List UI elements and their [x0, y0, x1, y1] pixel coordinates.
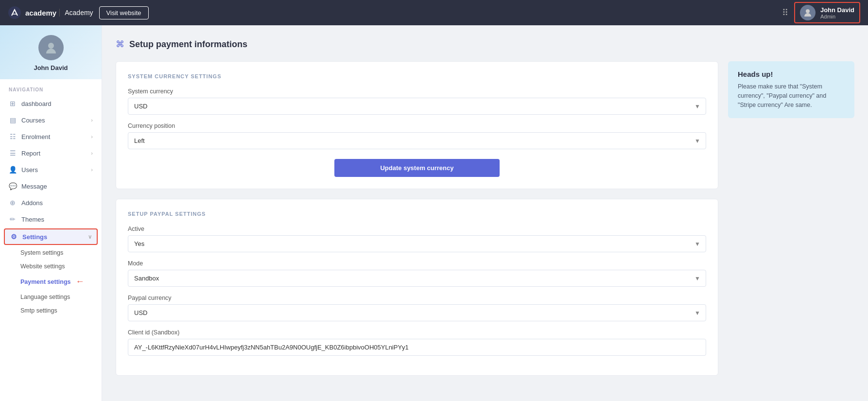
- logo: academy: [8, 6, 56, 19]
- sidebar-item-courses[interactable]: ▤ Courses ›: [0, 112, 102, 128]
- paypal-mode-label: Mode: [128, 260, 706, 267]
- paypal-active-select[interactable]: Yes No: [128, 235, 706, 252]
- courses-icon: ▤: [9, 116, 17, 124]
- sidebar-item-label: Settings: [22, 233, 47, 241]
- svg-point-1: [806, 9, 810, 13]
- sidebar-username: John David: [34, 64, 68, 71]
- paypal-currency-select[interactable]: USD EUR GBP: [128, 304, 706, 321]
- alert-title: Heads up!: [738, 70, 845, 78]
- currency-position-label: Currency position: [128, 122, 706, 129]
- paypal-mode-group: Mode Sandbox Live ▼: [128, 260, 706, 287]
- chevron-right-icon: ›: [91, 167, 93, 173]
- sidebar-subitem-website-settings[interactable]: Website settings: [0, 260, 102, 273]
- paypal-active-label: Active: [128, 226, 706, 232]
- topbar: academy Academy Visit website ⠿ John Dav…: [0, 0, 868, 25]
- nav-label: NAVIGATION: [0, 79, 102, 95]
- settings-icon: ⚙: [10, 233, 17, 241]
- paypal-card: SETUP PAYPAL SETTINGS Active Yes No ▼ M: [116, 199, 718, 376]
- sidebar-item-users[interactable]: 👤 Users ›: [0, 161, 102, 178]
- enrolment-icon: ☷: [9, 133, 17, 140]
- sidebar-subitem-system-settings[interactable]: System settings: [0, 246, 102, 260]
- sidebar-item-label: Themes: [21, 216, 44, 223]
- themes-icon: ✏: [9, 215, 17, 223]
- user-info: John David Admin: [820, 6, 854, 19]
- sidebar-item-label: Users: [21, 166, 38, 174]
- content-side: Heads up! Please make sure that "System …: [728, 61, 854, 385]
- alert-text: Please make sure that "System currency",…: [738, 82, 845, 109]
- dashboard-icon: ⊞: [9, 100, 17, 107]
- main-content: ⌘ Setup payment informations SYSTEM CURR…: [102, 25, 868, 401]
- logo-icon: [8, 6, 21, 19]
- sidebar-subitem-payment-settings[interactable]: Payment settings ←: [0, 273, 102, 290]
- system-currency-group: System currency USD EUR GBP ▼: [128, 88, 706, 115]
- sidebar-item-addons[interactable]: ⊕ Addons: [0, 194, 102, 211]
- content-main: SYSTEM CURRENCY SETTINGS System currency…: [116, 61, 718, 385]
- sidebar-item-label: Addons: [21, 199, 43, 207]
- page-header-icon: ⌘: [116, 39, 124, 50]
- sidebar-item-label: Courses: [21, 117, 45, 124]
- sidebar-item-label: dashboard: [21, 100, 51, 107]
- svg-point-0: [8, 6, 21, 19]
- user-role: Admin: [820, 14, 854, 19]
- sidebar: John David NAVIGATION ⊞ dashboard ▤ Cour…: [0, 25, 102, 401]
- report-icon: ☰: [9, 149, 17, 157]
- paypal-client-id-group: Client id (Sandbox): [128, 329, 706, 356]
- sidebar-avatar: [38, 35, 64, 60]
- sidebar-item-settings[interactable]: ⚙ Settings ∨: [4, 228, 98, 245]
- chevron-right-icon: ›: [91, 117, 93, 123]
- sidebar-subitem-language-settings[interactable]: Language settings: [0, 290, 102, 304]
- grid-icon: ⠿: [782, 7, 788, 18]
- visit-website-button[interactable]: Visit website: [99, 6, 149, 19]
- sidebar-item-label: Report: [21, 150, 40, 157]
- app-name: Academy: [59, 9, 93, 17]
- users-icon: 👤: [9, 166, 17, 174]
- message-icon: 💬: [9, 182, 17, 190]
- update-currency-button[interactable]: Update system currency: [334, 159, 500, 177]
- svg-point-2: [48, 43, 54, 49]
- paypal-client-id-input[interactable]: [128, 339, 706, 356]
- user-menu[interactable]: John David Admin: [794, 2, 860, 23]
- system-currency-card: SYSTEM CURRENCY SETTINGS System currency…: [116, 61, 718, 189]
- sidebar-item-dashboard[interactable]: ⊞ dashboard: [0, 95, 102, 112]
- sidebar-item-label: Message: [21, 183, 47, 190]
- paypal-currency-label: Paypal currency: [128, 295, 706, 301]
- paypal-client-id-label: Client id (Sandbox): [128, 329, 706, 336]
- sidebar-subitem-smtp-settings[interactable]: Smtp settings: [0, 304, 102, 317]
- sidebar-item-report[interactable]: ☰ Report ›: [0, 145, 102, 161]
- paypal-mode-select[interactable]: Sandbox Live: [128, 270, 706, 287]
- currency-label: System currency: [128, 88, 706, 95]
- chevron-right-icon: ›: [91, 150, 93, 156]
- paypal-currency-group: Paypal currency USD EUR GBP ▼: [128, 295, 706, 321]
- sidebar-item-message[interactable]: 💬 Message: [0, 178, 102, 194]
- addons-icon: ⊕: [9, 199, 17, 207]
- system-currency-select[interactable]: USD EUR GBP: [128, 98, 706, 115]
- paypal-active-group: Active Yes No ▼: [128, 226, 706, 252]
- system-currency-section-title: SYSTEM CURRENCY SETTINGS: [128, 73, 706, 79]
- logo-text: academy: [25, 9, 56, 17]
- currency-position-group: Currency position Left Right ▼: [128, 122, 706, 149]
- chevron-right-icon: ›: [91, 134, 93, 139]
- user-name: John David: [820, 6, 854, 14]
- currency-position-select[interactable]: Left Right: [128, 132, 706, 149]
- page-header: ⌘ Setup payment informations: [116, 39, 854, 50]
- chevron-down-icon: ∨: [88, 234, 92, 240]
- arrow-indicator: ←: [76, 277, 85, 287]
- sidebar-item-themes[interactable]: ✏ Themes: [0, 211, 102, 227]
- sidebar-user-area: John David: [0, 25, 102, 79]
- avatar: [800, 5, 816, 20]
- sidebar-item-label: Enrolment: [21, 133, 50, 140]
- paypal-section-title: SETUP PAYPAL SETTINGS: [128, 211, 706, 217]
- alert-box: Heads up! Please make sure that "System …: [728, 61, 854, 118]
- page-title: Setup payment informations: [129, 39, 247, 50]
- sidebar-item-enrolment[interactable]: ☷ Enrolment ›: [0, 128, 102, 145]
